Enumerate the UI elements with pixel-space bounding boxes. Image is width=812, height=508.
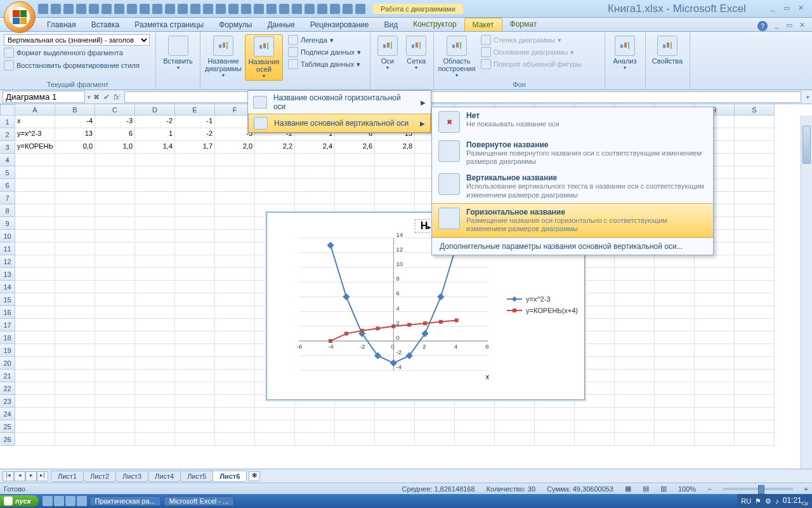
- cell[interactable]: [175, 408, 215, 420]
- cell[interactable]: 1: [135, 128, 175, 141]
- cell[interactable]: [215, 204, 255, 217]
- cell[interactable]: [655, 344, 695, 357]
- tray-icon[interactable]: ♪: [775, 497, 779, 505]
- cell[interactable]: [655, 370, 695, 382]
- cell[interactable]: [15, 243, 55, 255]
- cell[interactable]: [615, 255, 655, 268]
- zoom-out-button[interactable]: −: [707, 485, 711, 493]
- chart-legend[interactable]: y=x^2-3 y=КОРЕНЬ(x+4): [507, 295, 578, 318]
- cell[interactable]: [655, 408, 695, 420]
- cell[interactable]: [615, 306, 655, 319]
- cell[interactable]: [215, 433, 255, 446]
- cell[interactable]: [55, 344, 95, 357]
- view-pagebreak-icon[interactable]: ▥: [660, 485, 667, 493]
- cell[interactable]: [335, 179, 375, 192]
- doc-close-button[interactable]: ✕: [796, 21, 808, 31]
- cell[interactable]: [15, 179, 55, 192]
- cell[interactable]: [95, 293, 135, 306]
- tab-Макет[interactable]: Макет: [464, 18, 502, 31]
- close-button[interactable]: ✕: [794, 4, 807, 14]
- vat-none[interactable]: НетНе показывать название оси: [432, 107, 713, 137]
- cell[interactable]: [735, 344, 775, 357]
- cell[interactable]: [135, 166, 175, 179]
- cell[interactable]: [55, 281, 95, 293]
- row-header[interactable]: 2: [0, 128, 15, 141]
- cell[interactable]: [175, 268, 215, 281]
- row-header[interactable]: 22: [0, 382, 15, 395]
- sheet-nav-last[interactable]: ▸|: [37, 471, 48, 481]
- cell[interactable]: [735, 382, 775, 395]
- qat-redo-icon[interactable]: [63, 4, 74, 14]
- cell[interactable]: [15, 370, 55, 382]
- cell[interactable]: [295, 420, 335, 433]
- sheet-tab[interactable]: Лист1: [51, 471, 84, 482]
- cell[interactable]: [55, 382, 95, 395]
- qat-icon[interactable]: [140, 4, 150, 14]
- cell[interactable]: [535, 420, 575, 433]
- cell[interactable]: [135, 382, 175, 395]
- zoom-in-button[interactable]: +: [804, 485, 808, 493]
- cell[interactable]: [175, 243, 215, 255]
- analysis-button[interactable]: Анализ▾: [609, 34, 641, 72]
- cell[interactable]: [695, 344, 735, 357]
- cell[interactable]: [95, 344, 135, 357]
- cell[interactable]: [735, 192, 775, 204]
- cell[interactable]: [215, 217, 255, 230]
- cell[interactable]: [735, 420, 775, 433]
- cell[interactable]: [695, 268, 735, 281]
- cell[interactable]: [95, 166, 135, 179]
- qat-icon[interactable]: [279, 4, 289, 14]
- cell[interactable]: -3: [95, 116, 135, 128]
- row-headers[interactable]: 1234567891011121314151617181920212223242…: [0, 116, 15, 446]
- cell[interactable]: [55, 230, 95, 243]
- qat-icon[interactable]: [304, 4, 315, 14]
- cell[interactable]: [735, 230, 775, 243]
- cell[interactable]: [735, 293, 775, 306]
- cell[interactable]: [95, 395, 135, 408]
- cell[interactable]: [135, 408, 175, 420]
- cell[interactable]: [55, 370, 95, 382]
- cell[interactable]: y=КОРЕНЬ: [15, 141, 55, 154]
- row-header[interactable]: 16: [0, 306, 15, 319]
- cell[interactable]: [335, 166, 375, 179]
- properties-button[interactable]: Свойства: [650, 34, 685, 66]
- cell[interactable]: [95, 217, 135, 230]
- cell[interactable]: [215, 243, 255, 255]
- cell[interactable]: [735, 204, 775, 217]
- cell[interactable]: [575, 408, 615, 420]
- cell[interactable]: [735, 154, 775, 166]
- cell[interactable]: [535, 433, 575, 446]
- taskbar-item[interactable]: Практическая ра...: [89, 496, 161, 506]
- cell[interactable]: [735, 370, 775, 382]
- qat-icon[interactable]: [228, 4, 239, 14]
- chart-title-button[interactable]: Название диаграммы▾: [204, 34, 242, 79]
- col-header[interactable]: D: [135, 104, 175, 116]
- cell[interactable]: [95, 433, 135, 446]
- qat-icon[interactable]: [76, 4, 86, 14]
- qat-icon[interactable]: [127, 4, 137, 14]
- cell[interactable]: [335, 433, 375, 446]
- doc-minimize-button[interactable]: _: [770, 21, 783, 31]
- cell[interactable]: [695, 408, 735, 420]
- doc-restore-button[interactable]: ▭: [783, 21, 796, 31]
- cell[interactable]: [215, 306, 255, 319]
- cell[interactable]: [615, 370, 655, 382]
- cell[interactable]: [295, 408, 335, 420]
- qat-undo-icon[interactable]: [51, 4, 61, 14]
- cell[interactable]: [135, 179, 175, 192]
- sheet-tab[interactable]: Лист4: [148, 471, 181, 482]
- cell[interactable]: [55, 293, 95, 306]
- cell[interactable]: y=x^2-3: [15, 128, 55, 141]
- cell[interactable]: 13: [55, 128, 95, 141]
- sheet-tab[interactable]: Лист3: [115, 471, 148, 482]
- cell[interactable]: [135, 344, 175, 357]
- select-all-corner[interactable]: [0, 104, 15, 116]
- cell[interactable]: [695, 382, 735, 395]
- cell[interactable]: 0,0: [55, 141, 95, 154]
- tab-Вставка[interactable]: Вставка: [84, 18, 128, 31]
- cell[interactable]: [55, 408, 95, 420]
- data-labels-button[interactable]: Подписи данных ▾: [285, 46, 363, 58]
- cell[interactable]: [135, 281, 175, 293]
- cell[interactable]: [735, 243, 775, 255]
- cell[interactable]: [575, 433, 615, 446]
